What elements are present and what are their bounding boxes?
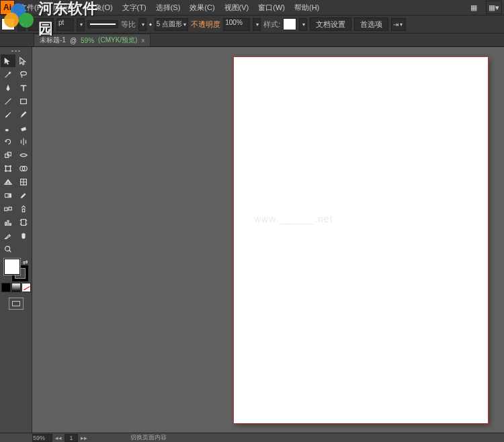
- menu-type[interactable]: 文字(T): [118, 3, 151, 13]
- style-label: 样式:: [263, 19, 280, 30]
- menu-window[interactable]: 窗口(W): [253, 3, 290, 13]
- shape-builder-tool[interactable]: [16, 162, 31, 175]
- svg-rect-17: [22, 209, 25, 212]
- svg-rect-21: [22, 219, 26, 225]
- direct-selection-tool[interactable]: [16, 54, 31, 67]
- menu-effect[interactable]: 效果(C): [185, 3, 219, 13]
- lasso-tool[interactable]: [16, 68, 31, 81]
- menu-file[interactable]: 文件(F): [15, 3, 48, 13]
- rectangle-tool[interactable]: [16, 95, 31, 107]
- menu-select[interactable]: 选择(S): [151, 3, 185, 13]
- fill-swatch[interactable]: [1, 18, 15, 30]
- svg-rect-6: [6, 166, 11, 171]
- svg-rect-3: [21, 127, 26, 132]
- stroke-unit: pt: [56, 18, 74, 31]
- status-page[interactable]: 1: [65, 434, 78, 442]
- tab-close-icon[interactable]: x: [141, 37, 144, 44]
- app-icon: Ai: [0, 0, 15, 15]
- arrange-docs-icon[interactable]: ▦: [466, 1, 482, 14]
- pencil-tool[interactable]: [16, 108, 31, 121]
- svg-rect-15: [5, 208, 7, 210]
- symbol-sprayer-tool[interactable]: [16, 202, 31, 215]
- tab-colormode: (CMYK/预览): [98, 36, 137, 45]
- tab-at: @: [70, 37, 77, 44]
- swap-fill-stroke-icon[interactable]: ⇄: [23, 259, 28, 265]
- menu-help[interactable]: 帮助(H): [290, 3, 324, 13]
- ratio-label: 等比: [121, 19, 136, 30]
- zoom-tool[interactable]: [1, 242, 15, 255]
- artboard-tool[interactable]: [16, 216, 31, 228]
- preferences-button[interactable]: 首选项: [354, 17, 388, 31]
- status-nav-prev[interactable]: ◂◂: [55, 435, 62, 441]
- tools-panel: ⇄ /: [0, 47, 32, 433]
- artboard[interactable]: [234, 57, 488, 423]
- svg-point-22: [5, 246, 10, 251]
- rotate-tool[interactable]: [1, 135, 15, 148]
- panel-grip[interactable]: [3, 49, 30, 53]
- canvas-area[interactable]: www.______.net: [32, 47, 504, 433]
- svg-rect-16: [9, 207, 11, 210]
- eraser-tool[interactable]: [16, 122, 31, 134]
- blob-brush-tool[interactable]: [1, 122, 15, 134]
- perspective-grid-tool[interactable]: [1, 175, 15, 188]
- stroke-weight-input[interactable]: [28, 18, 54, 31]
- ratio-dd[interactable]: [138, 18, 146, 31]
- free-transform-tool[interactable]: [1, 162, 15, 175]
- fill-stroke-swatches[interactable]: ⇄: [4, 259, 28, 281]
- opacity-value[interactable]: 100%: [223, 18, 250, 31]
- hand-tool[interactable]: [16, 229, 31, 242]
- status-nav-next[interactable]: ▸▸: [81, 435, 87, 441]
- slice-tool[interactable]: [1, 229, 15, 242]
- menu-edit[interactable]: 编辑(E): [48, 3, 83, 13]
- eyedropper-tool[interactable]: [16, 189, 31, 202]
- canvas-watermark: www.______.net: [254, 214, 333, 224]
- status-bar: 59% ◂◂ 1 ▸▸ 切换页面内容: [0, 433, 504, 442]
- stroke-style-preview[interactable]: [87, 20, 118, 28]
- line-segment-tool[interactable]: [1, 95, 15, 107]
- style-dd[interactable]: [299, 18, 307, 31]
- mesh-tool[interactable]: [16, 175, 31, 188]
- fill-dropdown[interactable]: [17, 18, 26, 31]
- gradient-tool[interactable]: [1, 189, 15, 202]
- status-info: 切换页面内容: [130, 433, 167, 442]
- status-zoom[interactable]: 59%: [32, 434, 52, 442]
- magic-wand-tool[interactable]: [1, 68, 15, 81]
- type-tool[interactable]: [16, 81, 31, 94]
- menu-object[interactable]: 对象(O): [83, 3, 118, 13]
- style-swatch[interactable]: [283, 18, 296, 30]
- svg-rect-20: [10, 223, 11, 225]
- tab-zoom: 59%: [81, 37, 94, 44]
- stroke-unit-dd[interactable]: [77, 18, 85, 31]
- svg-rect-14: [5, 193, 11, 197]
- screen-mode-button[interactable]: [9, 298, 24, 310]
- overflow-menu[interactable]: ⇥: [391, 18, 406, 31]
- fill-color-swatch[interactable]: [4, 259, 20, 275]
- width-tool[interactable]: [16, 148, 31, 161]
- svg-rect-18: [5, 222, 7, 225]
- color-mode-solid[interactable]: [1, 283, 11, 292]
- document-tab[interactable]: 未标题-1 @ 59% (CMYK/预览) x: [34, 34, 151, 46]
- reflect-tool[interactable]: [16, 135, 31, 148]
- tab-doc-name: 未标题-1: [40, 36, 66, 45]
- svg-rect-19: [7, 220, 9, 225]
- selection-tool[interactable]: [1, 54, 15, 67]
- opacity-dd[interactable]: [253, 18, 261, 31]
- blend-tool[interactable]: [1, 202, 15, 215]
- brush-preset[interactable]: 5 点圆形: [155, 18, 188, 31]
- column-graph-tool[interactable]: [1, 216, 15, 228]
- opacity-label: 不透明度: [191, 19, 220, 30]
- color-mode-gradient[interactable]: [11, 283, 21, 292]
- svg-rect-1: [21, 99, 27, 103]
- paintbrush-tool[interactable]: [1, 108, 15, 121]
- workspace-switcher[interactable]: ▦▾: [486, 1, 502, 14]
- pen-tool[interactable]: [1, 81, 15, 94]
- color-mode-none[interactable]: /: [22, 283, 31, 292]
- scale-tool[interactable]: [1, 148, 15, 161]
- menu-view[interactable]: 视图(V): [220, 3, 254, 13]
- doc-setup-button[interactable]: 文档设置: [310, 17, 351, 31]
- svg-point-2: [5, 128, 9, 131]
